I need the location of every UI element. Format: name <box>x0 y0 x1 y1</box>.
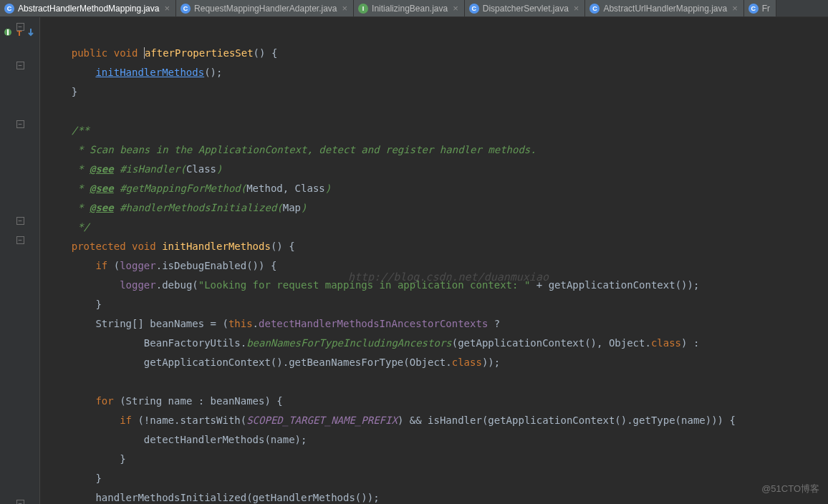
gutter: − − − − − − <box>0 17 40 504</box>
tab-label: AbstractHandlerMethodMapping.java <box>18 4 159 14</box>
fold-toggle[interactable]: − <box>16 120 24 128</box>
code-line: } <box>47 453 126 465</box>
code-line: * Scan beans in the ApplicationContext, … <box>47 144 536 155</box>
tab-abstracthandlermethodmapping[interactable]: C AbstractHandlerMethodMapping.java × <box>0 0 176 16</box>
code-line: if (!name.startsWith(SCOPED_TARGET_NAME_… <box>47 415 736 426</box>
code-line: } <box>47 299 102 310</box>
code-line: initHandlerMethods(); <box>47 67 222 78</box>
code-line: } <box>47 472 102 484</box>
class-icon: C <box>748 4 759 14</box>
tab-partial[interactable]: C Fr <box>744 0 776 16</box>
code-editor[interactable]: public void afterPropertiesSet() { initH… <box>40 17 828 504</box>
fold-toggle[interactable]: − <box>16 23 24 31</box>
tab-abstracturlhandlermapping[interactable]: C AbstractUrlHandlerMapping.java × <box>585 0 743 16</box>
class-icon: C <box>469 4 479 14</box>
tab-label: InitializingBean.java <box>372 4 448 14</box>
close-icon[interactable]: × <box>451 3 458 14</box>
close-icon[interactable]: × <box>341 3 348 14</box>
tab-label: AbstractUrlHandlerMapping.java <box>603 4 727 14</box>
class-icon: C <box>4 4 14 14</box>
code-line: detectHandlerMethods(name); <box>47 434 307 445</box>
tab-label: RequestMappingHandlerAdapter.java <box>194 4 337 14</box>
tab-requestmappinghandleradapter[interactable]: C RequestMappingHandlerAdapter.java × <box>176 0 354 16</box>
fold-toggle[interactable]: − <box>16 217 24 225</box>
tab-label: Fr <box>762 4 770 14</box>
fold-toggle[interactable]: − <box>16 236 24 244</box>
code-line: logger.debug("Looking for request mappin… <box>47 279 699 291</box>
code-line: /** <box>47 125 90 136</box>
close-icon[interactable]: × <box>572 3 579 14</box>
fold-toggle[interactable]: − <box>16 62 24 69</box>
code-line: getApplicationContext().getBeanNamesForT… <box>47 357 500 368</box>
code-line: public void afterPropertiesSet() { <box>47 47 277 59</box>
code-line: BeanFactoryUtils.beanNamesForTypeIncludi… <box>47 337 699 349</box>
fold-column: − − − − − − <box>20 17 21 504</box>
code-line: * @see #handlerMethodsInitialized(Map) <box>47 202 307 213</box>
implements-icon <box>3 27 13 37</box>
tab-dispatcherservlet[interactable]: C DispatcherServlet.java × <box>465 0 586 16</box>
class-icon: C <box>589 4 600 14</box>
code-line: * @see #getMappingForMethod(Method, Clas… <box>47 183 331 194</box>
close-icon[interactable]: × <box>163 3 170 14</box>
class-icon: C <box>180 4 191 14</box>
code-line: * @see #isHandler(Class) <box>47 163 222 175</box>
code-line: handlerMethodsInitialized(getHandlerMeth… <box>47 492 380 503</box>
tab-initializingbean[interactable]: I InitializingBean.java × <box>354 0 465 16</box>
tab-label: DispatcherServlet.java <box>483 4 569 14</box>
interface-icon: I <box>358 4 368 14</box>
editor-tabs: C AbstractHandlerMethodMapping.java × C … <box>0 0 828 17</box>
main-area: − − − − − − public void afterPropertiesS… <box>0 17 828 504</box>
code-line: protected void initHandlerMethods() { <box>47 241 295 252</box>
code-line: if (logger.isDebugEnabled()) { <box>47 260 276 271</box>
watermark-corner: @51CTO博客 <box>761 479 819 498</box>
close-icon[interactable]: × <box>731 3 738 14</box>
code-line: } <box>47 86 77 97</box>
override-down-icon <box>26 27 36 37</box>
code-line: String[] beanNames = (this.detectHandler… <box>47 318 500 329</box>
fold-toggle[interactable]: − <box>16 500 24 504</box>
code-line: for (String name : beanNames) { <box>47 395 283 407</box>
code-line: */ <box>47 221 90 233</box>
